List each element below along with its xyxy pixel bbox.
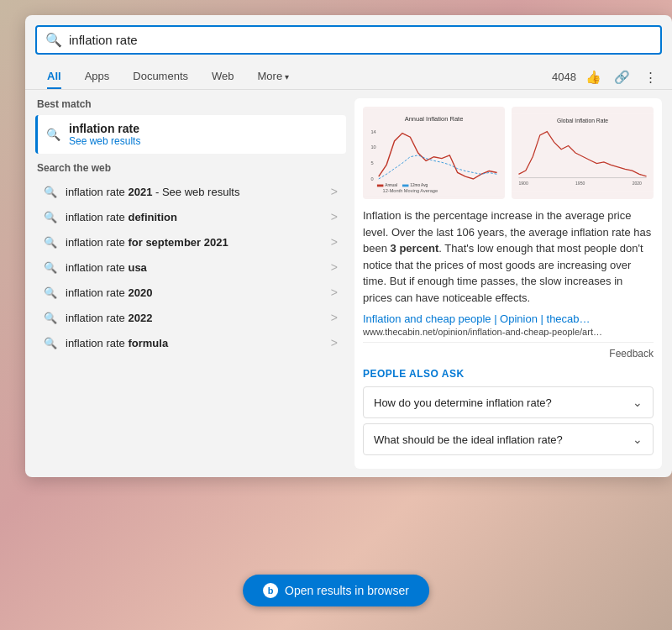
- suggestion-text: inflation rate for september 2021: [66, 236, 323, 249]
- search-icon: 🔍: [44, 186, 57, 198]
- more-options-icon[interactable]: ⋮: [638, 66, 662, 89]
- faq-item[interactable]: How do you determine inflation rate? ⌄: [363, 386, 654, 418]
- left-panel: Best match 🔍 inflation rate See web resu…: [35, 98, 346, 469]
- suggestion-item[interactable]: 🔍 inflation rate for september 2021 >: [35, 229, 346, 255]
- suggestion-text: inflation rate formula: [66, 337, 323, 349]
- svg-text:2020: 2020: [633, 181, 642, 186]
- result-link[interactable]: Inflation and cheap people | Opinion | t…: [363, 312, 654, 325]
- search-icon: 🔍: [44, 286, 57, 299]
- search-panel: 🔍 All Apps Documents Web More 4048 👍 🔗 ⋮: [25, 15, 672, 477]
- chevron-down-icon: ⌄: [633, 433, 643, 446]
- svg-text:Global Inflation Rate: Global Inflation Rate: [557, 118, 608, 123]
- search-icon: 🔍: [44, 236, 57, 249]
- tab-web[interactable]: Web: [200, 65, 246, 89]
- svg-rect-8: [402, 185, 409, 187]
- svg-text:0: 0: [370, 176, 373, 181]
- nav-count: 4048: [552, 71, 576, 83]
- tab-more[interactable]: More: [246, 65, 302, 89]
- suggestion-item[interactable]: 🔍 inflation rate 2020 >: [35, 280, 346, 305]
- search-icon: 🔍: [44, 261, 57, 274]
- tab-documents[interactable]: Documents: [121, 65, 200, 89]
- suggestion-text: inflation rate 2021 - See web results: [66, 186, 323, 198]
- chevron-right-icon: >: [331, 210, 338, 223]
- chevron-right-icon: >: [331, 185, 338, 198]
- suggestion-item[interactable]: 🔍 inflation rate 2021 - See web results …: [35, 179, 346, 204]
- result-url: www.thecabin.net/opinion/inflation-and-c…: [363, 327, 654, 337]
- svg-text:1950: 1950: [575, 181, 585, 186]
- chart-left: Annual Inflation Rate 14 10 5 0 12-Month…: [363, 107, 505, 199]
- search-input[interactable]: [69, 33, 652, 47]
- chevron-down-icon: [285, 70, 289, 82]
- suggestion-item[interactable]: 🔍 inflation rate definition >: [35, 204, 346, 229]
- faq-question: What should be the ideal inflation rate?: [374, 433, 563, 446]
- svg-text:14: 14: [370, 129, 375, 134]
- open-browser-button[interactable]: b Open results in browser: [243, 575, 429, 606]
- chart-row: Annual Inflation Rate 14 10 5 0 12-Month…: [363, 107, 654, 199]
- chart-right: Global Inflation Rate 1900 1950 2020: [512, 107, 654, 199]
- suggestion-text: inflation rate 2022: [66, 312, 323, 324]
- chevron-right-icon: >: [331, 286, 338, 299]
- best-match-item[interactable]: 🔍 inflation rate See web results: [35, 115, 346, 154]
- svg-text:12-Month Moving Average: 12-Month Moving Average: [383, 188, 438, 193]
- tab-apps[interactable]: Apps: [73, 65, 122, 89]
- main-content: Best match 🔍 inflation rate See web resu…: [25, 90, 672, 477]
- feedback-icon[interactable]: 👍: [581, 66, 605, 89]
- chevron-right-icon: >: [331, 311, 338, 324]
- chevron-right-icon: >: [331, 235, 338, 249]
- bing-logo: b: [263, 583, 278, 598]
- result-description: Inflation is the percentage increase in …: [363, 207, 654, 306]
- people-also-ask-label: PEOPLE ALSO ASK: [363, 368, 654, 380]
- search-bar: 🔍: [35, 25, 662, 55]
- svg-rect-7: [377, 185, 384, 187]
- svg-text:5: 5: [370, 160, 373, 165]
- best-match-sub: See web results: [69, 135, 140, 147]
- svg-text:12mo Avg: 12mo Avg: [410, 183, 428, 187]
- suggestion-item[interactable]: 🔍 inflation rate usa >: [35, 255, 346, 280]
- tab-all[interactable]: All: [35, 65, 73, 89]
- search-icon: 🔍: [45, 32, 62, 48]
- best-match-text: inflation rate See web results: [69, 122, 140, 147]
- nav-right: 4048 👍 🔗 ⋮: [552, 66, 662, 89]
- suggestion-text: inflation rate usa: [66, 261, 323, 274]
- faq-item[interactable]: What should be the ideal inflation rate?…: [363, 423, 654, 455]
- suggestion-item[interactable]: 🔍 inflation rate 2022 >: [35, 305, 346, 330]
- faq-question: How do you determine inflation rate?: [374, 396, 552, 409]
- svg-text:1900: 1900: [518, 181, 528, 186]
- right-panel: Annual Inflation Rate 14 10 5 0 12-Month…: [354, 98, 662, 469]
- suggestion-text: inflation rate 2020: [66, 286, 323, 299]
- nav-tabs: All Apps Documents Web More 4048 👍 🔗 ⋮: [25, 61, 672, 90]
- search-web-label: Search the web: [35, 162, 346, 174]
- chevron-down-icon: ⌄: [633, 396, 643, 409]
- svg-text:10: 10: [370, 144, 375, 150]
- svg-rect-0: [363, 109, 505, 196]
- share-icon[interactable]: 🔗: [610, 66, 633, 89]
- svg-text:Annual Inflation Rate: Annual Inflation Rate: [405, 115, 464, 123]
- best-match-label: Best match: [35, 98, 346, 110]
- feedback[interactable]: Feedback: [363, 342, 654, 360]
- chevron-right-icon: >: [331, 260, 338, 274]
- suggestion-item[interactable]: 🔍 inflation rate formula >: [35, 330, 346, 355]
- search-icon: 🔍: [44, 337, 57, 349]
- search-icon: 🔍: [44, 211, 57, 223]
- chevron-right-icon: >: [331, 336, 338, 349]
- suggestion-text: inflation rate definition: [66, 211, 323, 223]
- svg-text:Annual: Annual: [385, 183, 397, 187]
- search-icon: 🔍: [44, 312, 57, 324]
- search-result-icon: 🔍: [46, 128, 60, 141]
- best-match-title: inflation rate: [69, 122, 140, 135]
